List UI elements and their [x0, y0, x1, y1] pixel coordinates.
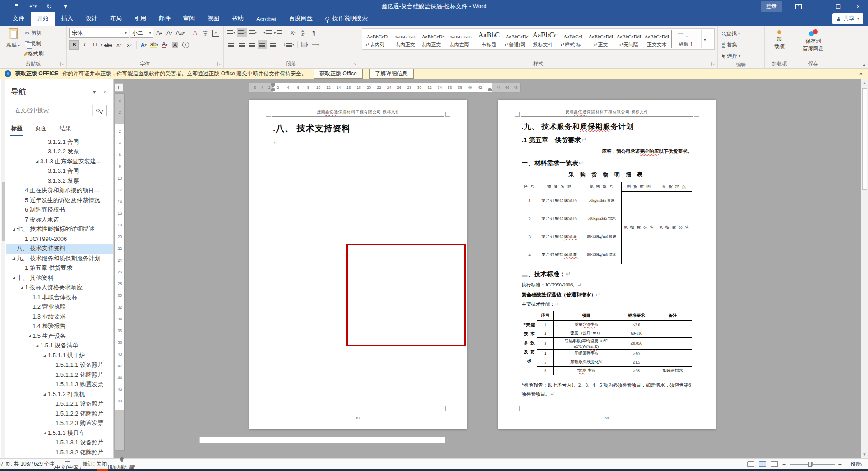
ribbon-tab[interactable]: 邮件 [152, 12, 177, 26]
nav-outline-item[interactable]: ◢ 7 投标人承诺 [6, 215, 113, 225]
vertical-scrollbar[interactable]: ▲ ▼ [861, 79, 868, 458]
italic-button[interactable]: I [80, 40, 89, 50]
search-button[interactable]: ▾ [92, 105, 106, 116]
grow-font-button[interactable]: A▴ [154, 28, 164, 38]
expand-triangle-icon[interactable]: ◢ [42, 392, 48, 396]
zoom-level[interactable]: 68% [846, 461, 862, 467]
customize-qat-button[interactable]: ▾ [60, 1, 70, 11]
nav-outline-item[interactable]: ◢ 1.2 营业执照 [6, 302, 113, 312]
styles-dialog-launcher[interactable]: ↘ [711, 62, 716, 66]
zoom-in-button[interactable]: + [838, 461, 842, 468]
nav-outline-item[interactable]: ◢ 5 近年发生的诉讼及仲裁情况 [6, 195, 113, 205]
align-right-button[interactable] [247, 40, 257, 49]
read-mode-button[interactable] [747, 461, 754, 467]
style-item[interactable]: AaBbCcDdI 正文文本 [643, 30, 670, 48]
nav-outline-item[interactable]: ◢ 1 投标人资格要求响应 [6, 283, 113, 293]
clipboard-dialog-launcher[interactable]: ↘ [60, 62, 65, 66]
nav-outline-item[interactable]: ◢ 6 制造商授权书 [6, 205, 113, 215]
nav-options-chevron-icon[interactable]: ▾ [93, 89, 96, 95]
enclose-characters-button[interactable]: 字 [181, 40, 190, 50]
nav-outline-item[interactable]: ◢ 1.1 非联合体投标 [6, 292, 113, 302]
style-item[interactable]: AaBbC 节标题 [476, 30, 503, 48]
decrease-indent-button[interactable]: ◂ [263, 28, 272, 37]
shading-button[interactable]: ▾ [300, 40, 309, 49]
find-button[interactable]: 查找▾ [720, 29, 742, 38]
style-gallery-more-button[interactable]: ▾ [701, 30, 708, 48]
horizontal-ruler[interactable]: 642 246810121416182022242628303234363840… [249, 83, 520, 92]
undo-button[interactable]: ↶▾ [28, 1, 38, 11]
style-item-heading1[interactable]: 一、 标题 1 [671, 30, 700, 48]
bullets-button[interactable]: ▾ [226, 28, 236, 37]
style-item[interactable]: AaBbCcDdI ↵无间隔 [615, 30, 642, 48]
line-spacing-button[interactable]: ↕▾ [282, 40, 295, 49]
font-name-combo[interactable]: 宋体▾ [69, 28, 129, 38]
show-marks-button[interactable]: ¶ [309, 28, 319, 37]
nav-outline-item[interactable]: ◢ 4 正在供货和新承接的项目... [6, 186, 113, 196]
style-item[interactable]: AaBbCcDdE 表内正文 [392, 30, 419, 48]
style-item[interactable]: AaBbCcDdEe 表内左两... [448, 30, 475, 48]
nav-outline-item[interactable]: ◢ 3.1.3.1 合同 [6, 166, 113, 176]
style-item[interactable]: AaBbCcDdI ↵正文 [587, 30, 614, 48]
close-button[interactable]: × [848, 0, 868, 13]
underline-button[interactable]: U [90, 40, 100, 50]
clear-formatting-button[interactable]: A [190, 28, 200, 38]
horizontal-scrollbar-thumb[interactable] [199, 437, 445, 443]
ribbon-tab[interactable]: 视图 [201, 12, 226, 26]
format-painter-button[interactable]: 格式刷 [23, 49, 45, 59]
ribbon-tab[interactable]: 插入 [55, 12, 79, 26]
nav-outline-item[interactable]: ◢ 1.5.1 设备清单 [6, 341, 113, 351]
expand-triangle-icon[interactable]: ◢ [42, 353, 48, 357]
nav-scrollbar-thumb[interactable] [2, 182, 5, 241]
nav-outline-item[interactable]: ◢ 1.5.1.2.3 购置发票 [6, 419, 113, 429]
align-left-button[interactable] [226, 40, 236, 49]
ribbon-tab[interactable]: 百度网盘 [283, 12, 319, 26]
maximize-button[interactable]: ☐ [828, 0, 848, 13]
nav-outline-item[interactable]: ◢ 1.5.1.3.2 铭牌照片 [6, 448, 113, 457]
nav-outline-item[interactable]: ◢ 1.5.1.1.2 铭牌照片 [6, 370, 113, 380]
expand-triangle-icon[interactable]: ◢ [34, 344, 40, 348]
learn-more-button[interactable]: 了解详细信息 [369, 69, 414, 79]
track-changes-indicator[interactable]: 修订: 关闭 [81, 460, 108, 468]
highlight-button[interactable]: ab▾ [149, 40, 159, 50]
change-case-button[interactable]: Aa▾ [175, 28, 185, 38]
sort-button[interactable]: AZ↓ [299, 28, 308, 37]
scroll-down-icon[interactable]: ▼ [861, 453, 868, 457]
save-button[interactable] [12, 1, 22, 11]
document-page-67[interactable]: 抚顺鑫亿通保温材料工程有限公司-投标文件 .八、 技术支持资料 ↵ 67 [249, 100, 467, 429]
style-item[interactable]: AaBbCcD ↵表内列... [364, 30, 391, 48]
save-to-baidu-button[interactable]: 保存到 百度网盘 [797, 28, 829, 52]
nav-tab[interactable]: 页面 [35, 125, 47, 133]
share-button[interactable]: 共享 ▾ [832, 13, 863, 24]
zoom-slider[interactable] [790, 464, 835, 465]
ribbon-tab[interactable]: Acrobat [250, 13, 283, 26]
nav-outline-item[interactable]: ◢ 1.5.1.3.1 设备照片 [6, 438, 113, 448]
nav-scrollbar[interactable] [1, 79, 5, 458]
nav-outline-item[interactable]: ◢ 1.5 生产设备 [6, 331, 113, 341]
expand-triangle-icon[interactable]: ◢ [10, 276, 17, 280]
font-size-combo[interactable]: 小二▾ [130, 28, 153, 38]
text-effects-button[interactable]: A▾ [139, 40, 148, 50]
style-item[interactable]: AaBbCcI ↵样式 标... [559, 30, 586, 48]
superscript-button[interactable]: x2 [125, 40, 134, 50]
tell-me-search[interactable]: 操作说明搜索 [319, 12, 374, 26]
paragraph-dialog-launcher[interactable]: ↘ [353, 62, 357, 66]
ribbon-tab[interactable]: 布局 [104, 12, 128, 26]
nav-outline-item[interactable]: ◢ 十、 其他资料 [6, 273, 113, 283]
nav-outline-item[interactable]: ◢ 3.1.3 山东华显安装建... [6, 157, 113, 166]
warning-close-icon[interactable]: × [859, 70, 863, 77]
addins-button[interactable]: 加 载项 [767, 28, 791, 50]
style-item[interactable]: AaBbCcDc 表内正文... [420, 30, 447, 48]
shrink-font-button[interactable]: A▾ [165, 28, 174, 38]
login-button[interactable]: 登录 [761, 1, 782, 12]
font-dialog-launcher[interactable]: ↘ [217, 62, 222, 66]
document-page-68[interactable]: 抚顺鑫亿通保温材料工程有限公司-投标文件 .九、 技术服务和质保期服务计划 .1… [498, 100, 716, 429]
expand-triangle-icon[interactable]: ◢ [26, 334, 32, 338]
justify-button[interactable] [258, 40, 267, 49]
minimize-button[interactable]: – [808, 0, 828, 13]
replace-button[interactable]: abac替换 [720, 40, 742, 50]
bold-button[interactable]: B [69, 40, 79, 50]
zoom-out-button[interactable]: − [782, 461, 786, 468]
character-shading-button[interactable]: A [171, 40, 180, 50]
phonetic-guide-button[interactable]: wén文 [201, 28, 210, 38]
style-item[interactable]: AaBbCc 投标文件... [531, 30, 559, 48]
